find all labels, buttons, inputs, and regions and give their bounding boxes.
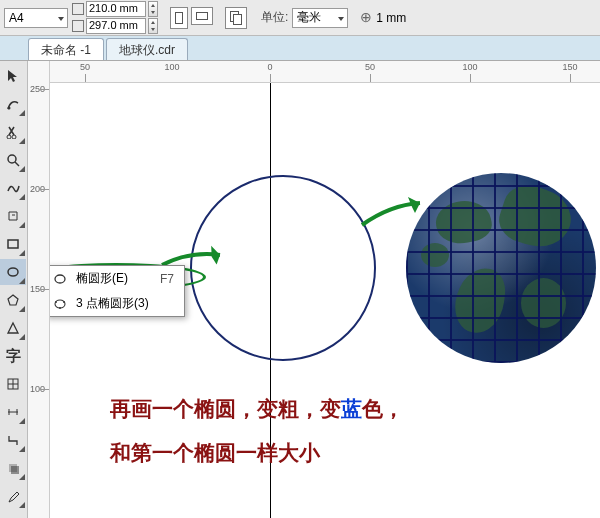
- svg-point-6: [8, 268, 18, 276]
- flyout-3pt-label: 3 点椭圆形(3): [76, 295, 149, 312]
- toolbox: 字: [0, 61, 28, 518]
- flyout-ellipse-label: 椭圆形(E): [76, 270, 128, 287]
- nudge-value: 1 mm: [376, 11, 406, 25]
- nudge-icon: [360, 11, 374, 25]
- interactive-tool[interactable]: [0, 455, 26, 481]
- workspace: 字 250200150100 50050100150100: [0, 61, 600, 518]
- ruler-number: 0: [267, 62, 272, 72]
- svg-marker-7: [8, 295, 18, 305]
- svg-point-2: [12, 135, 16, 139]
- flyout-ellipse-item[interactable]: 椭圆形(E) F7: [50, 266, 184, 291]
- three-point-ellipse-icon: [52, 296, 68, 312]
- horizontal-ruler: 50050100150100: [50, 61, 600, 83]
- annotation-arrow-2: [360, 195, 440, 234]
- nudge-group: 1 mm: [360, 11, 406, 25]
- page-size-value: A4: [9, 11, 24, 25]
- ruler-number: 50: [80, 62, 90, 72]
- svg-point-18: [55, 275, 65, 283]
- svg-point-22: [59, 307, 61, 309]
- document-tabstrip: 未命名 -1 地球仪.cdr: [0, 36, 600, 61]
- svg-point-3: [8, 155, 16, 163]
- tab-untitled[interactable]: 未命名 -1: [28, 38, 104, 60]
- canvas[interactable]: 椭圆形(E) F7 3 点椭圆形(3) 再画一个椭圆，变粗，变蓝色， 和第一个椭…: [50, 83, 600, 518]
- width-spinner[interactable]: [148, 1, 158, 17]
- landscape-button[interactable]: [191, 7, 213, 25]
- flyout-ellipse-shortcut: F7: [160, 272, 174, 286]
- instruction-line-2: 和第一个椭圆一样大小: [110, 439, 320, 467]
- svg-rect-5: [8, 240, 18, 248]
- multipage-icon: [230, 11, 242, 25]
- page-height-input[interactable]: 297.0 mm: [86, 18, 146, 34]
- portrait-icon: [175, 12, 183, 24]
- text-tool[interactable]: 字: [0, 343, 26, 369]
- instr-text: 色，: [362, 397, 404, 421]
- ruler-number: 50: [365, 62, 375, 72]
- ruler-number: 150: [562, 62, 577, 72]
- basic-shapes-tool[interactable]: [0, 315, 26, 341]
- ruler-number: 100: [462, 62, 477, 72]
- portrait-button[interactable]: [170, 7, 188, 29]
- instr-text: 和第一个椭圆一样大小: [110, 441, 320, 465]
- connector-tool[interactable]: [0, 427, 26, 453]
- smart-fill-tool[interactable]: [0, 203, 26, 229]
- orientation-group: [170, 7, 213, 29]
- ellipse-flyout: 椭圆形(E) F7 3 点椭圆形(3): [50, 265, 185, 317]
- pick-tool[interactable]: [0, 63, 26, 89]
- flyout-3pt-ellipse-item[interactable]: 3 点椭圆形(3): [50, 291, 184, 316]
- height-spinner[interactable]: [148, 18, 158, 34]
- page-width-input[interactable]: 210.0 mm: [86, 1, 146, 17]
- ellipse-tool[interactable]: [0, 259, 26, 285]
- page-dimensions: 210.0 mm 297.0 mm: [72, 1, 158, 34]
- tab-globe[interactable]: 地球仪.cdr: [106, 38, 188, 60]
- instruction-line-1: 再画一个椭圆，变粗，变蓝色，: [110, 395, 404, 423]
- svg-point-21: [63, 301, 65, 303]
- unit-label: 单位:: [261, 9, 288, 26]
- svg-rect-15: [11, 466, 19, 474]
- vertical-ruler: 250200150100: [28, 61, 50, 518]
- landscape-icon: [196, 12, 208, 20]
- unit-value: 毫米: [297, 9, 321, 26]
- svg-point-20: [55, 301, 57, 303]
- instr-text: 再画一个椭圆，变粗，变: [110, 397, 341, 421]
- text-icon: 字: [6, 347, 21, 366]
- polygon-tool[interactable]: [0, 287, 26, 313]
- ruler-number: 100: [164, 62, 179, 72]
- ellipse-icon: [52, 271, 68, 287]
- tab-label: 未命名 -1: [41, 43, 91, 57]
- property-bar: A4 210.0 mm 297.0 mm 单位: 毫米 1 mm: [0, 0, 600, 36]
- tab-label: 地球仪.cdr: [119, 43, 175, 57]
- eyedropper-tool[interactable]: [0, 483, 26, 509]
- svg-point-1: [7, 135, 11, 139]
- rectangle-tool[interactable]: [0, 231, 26, 257]
- zoom-tool[interactable]: [0, 147, 26, 173]
- page-size-dropdown[interactable]: A4: [4, 8, 68, 28]
- multipage-button[interactable]: [225, 7, 247, 29]
- svg-point-0: [8, 107, 11, 110]
- freehand-tool[interactable]: [0, 175, 26, 201]
- table-tool[interactable]: [0, 371, 26, 397]
- instr-text-blue: 蓝: [341, 397, 362, 421]
- unit-dropdown[interactable]: 毫米: [292, 8, 348, 28]
- shape-tool[interactable]: [0, 91, 26, 117]
- width-icon: [72, 3, 84, 15]
- height-icon: [72, 20, 84, 32]
- crop-tool[interactable]: [0, 119, 26, 145]
- dimension-tool[interactable]: [0, 399, 26, 425]
